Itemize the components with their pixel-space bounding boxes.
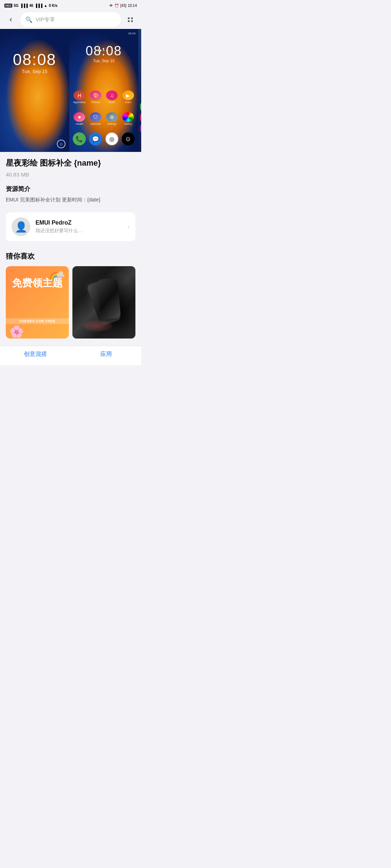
app-icon-music: ♫ Music bbox=[105, 90, 118, 103]
glow-effect bbox=[83, 320, 112, 331]
theme-title: 星夜彩绘 图标补全 {name} bbox=[6, 158, 135, 169]
dock-browser: ◎ bbox=[105, 132, 118, 145]
more-button[interactable] bbox=[125, 14, 136, 25]
nav-label-apps: 应用 bbox=[100, 350, 112, 358]
recommend-grid: ☁️ 🌈 免费领主题 THEMES FOR FREE 🌸 bbox=[6, 266, 135, 339]
app-label-gallery: Gallery bbox=[124, 123, 132, 125]
resource-desc: EMUI 完美图标补全计划 更新时间：{date} bbox=[6, 196, 135, 204]
partial-icon-2 bbox=[140, 114, 141, 122]
alarm-icon: ⏰ bbox=[114, 4, 119, 8]
dot-indicator-3 bbox=[106, 50, 108, 51]
content-area: 星夜彩绘 图标补全 {name} 40.83 MB 资源简介 EMUI 完美图标… bbox=[0, 152, 141, 339]
partial-icon-1 bbox=[140, 103, 141, 111]
signal-46: 46 bbox=[29, 4, 33, 8]
eye-icon: 👁 bbox=[109, 4, 113, 8]
signal-5g: 5G bbox=[14, 4, 18, 8]
lockscreen-bg bbox=[0, 29, 69, 152]
app-icon-gallery: Gallery bbox=[122, 112, 135, 125]
lock-date: Tue, Sep 15 bbox=[0, 69, 69, 74]
dot-indicator-1 bbox=[100, 50, 101, 51]
app-row-1: H AppGallery 🎨 Themes ♫ Music ▶ Video bbox=[69, 90, 138, 103]
search-bar[interactable]: 🔍 VIP专享 bbox=[20, 12, 121, 27]
data-speed: 0 K/s bbox=[49, 4, 58, 8]
hd-badge: HD1 bbox=[4, 4, 12, 8]
app-label-video: Video bbox=[125, 101, 131, 103]
recommend-title: 猜你喜欢 bbox=[6, 251, 135, 261]
app-icon-health: ♥ Health bbox=[73, 112, 86, 125]
top-nav: ‹ 🔍 VIP专享 bbox=[0, 10, 141, 29]
camera-icon: ⊙ bbox=[57, 140, 66, 148]
homescreen-preview[interactable]: 08:08 08:08 Tue, Sep 15 H AppGallery 🎨 T… bbox=[69, 29, 138, 152]
author-bio: 我还没想好要写什么… bbox=[35, 227, 127, 234]
sleek-visual bbox=[72, 266, 135, 339]
nav-label-creative: 创意混搭 bbox=[24, 350, 47, 358]
dock-messages: 💬 bbox=[89, 132, 102, 145]
cute-character-icon: 🌸 bbox=[9, 325, 24, 339]
app-label-music: Music bbox=[109, 101, 115, 103]
partial-icons bbox=[139, 101, 141, 134]
status-left: HD1 5G ▐▐▐ 46 ▐▐▐ ▲ 0 K/s bbox=[4, 4, 58, 8]
dock-bar: 📞 💬 ◎ ⊙ bbox=[71, 132, 136, 145]
free-theme-text: 免费领主题 bbox=[9, 277, 65, 289]
recommend-card-2[interactable] bbox=[72, 266, 135, 339]
lockscreen-preview[interactable]: 08:08 Tue, Sep 15 ⊙ bbox=[0, 29, 69, 152]
app-icon-appgallery: H AppGallery bbox=[73, 90, 86, 103]
page-indicators bbox=[69, 50, 138, 51]
search-icon: 🔍 bbox=[25, 16, 33, 23]
search-placeholder-text: VIP专享 bbox=[35, 16, 55, 23]
app-icon-optimizer: 🛡 Optimizer bbox=[89, 112, 102, 125]
signal-bars-2: ▐▐▐ bbox=[35, 4, 42, 8]
time-display: 10:14 bbox=[128, 4, 137, 8]
back-arrow-icon: ‹ bbox=[9, 15, 12, 24]
partial-icon-3 bbox=[140, 124, 141, 132]
app-icon-video: ▶ Video bbox=[122, 90, 135, 103]
dot-indicator-2 bbox=[103, 50, 105, 51]
lock-time: 08:08 bbox=[0, 51, 69, 69]
preview-container: 08:08 Tue, Sep 15 ⊙ 08:08 08:08 Tue, Sep… bbox=[0, 29, 141, 152]
themes-for-free-label: THEMES FOR FREE bbox=[6, 318, 69, 324]
app-label-settings: Settings bbox=[107, 123, 116, 125]
author-info: EMUI PedroZ 我还没想好要写什么… bbox=[35, 220, 127, 234]
author-card[interactable]: 👤 EMUI PedroZ 我还没想好要写什么… › bbox=[6, 212, 135, 241]
author-avatar: 👤 bbox=[12, 217, 30, 236]
bottom-nav: 创意混搭 应用 bbox=[0, 346, 141, 365]
person-icon: 👤 bbox=[15, 221, 28, 233]
app-icon-settings: ⚙ Settings bbox=[105, 112, 118, 125]
author-chevron-icon: › bbox=[127, 223, 130, 231]
app-row-2: ♥ Health 🛡 Optimizer ⚙ Settings Gallery bbox=[69, 112, 138, 125]
mini-status-bar: 08:08 bbox=[128, 32, 135, 35]
app-label-optimizer: Optimizer bbox=[90, 123, 101, 125]
wifi-icon: ▲ bbox=[44, 4, 47, 8]
nav-item-apps[interactable]: 应用 bbox=[71, 350, 141, 358]
phone-shape-2 bbox=[97, 278, 121, 319]
resource-section-title: 资源简介 bbox=[6, 185, 135, 193]
status-right: 👁 ⏰ [43] 10:14 bbox=[109, 4, 137, 8]
back-button[interactable]: ‹ bbox=[5, 14, 17, 25]
theme-size: 40.83 MB bbox=[6, 171, 135, 178]
app-label-appgallery: AppGallery bbox=[73, 101, 86, 103]
dock-camera: ⊙ bbox=[122, 132, 135, 145]
status-bar: HD1 5G ▐▐▐ 46 ▐▐▐ ▲ 0 K/s 👁 ⏰ [43] 10:14 bbox=[0, 0, 141, 10]
app-icon-themes: 🎨 Themes bbox=[89, 90, 102, 103]
dock-phone: 📞 bbox=[73, 132, 86, 145]
battery-icon: [43] bbox=[120, 4, 126, 8]
nav-item-creative[interactable]: 创意混搭 bbox=[0, 350, 71, 358]
author-name: EMUI PedroZ bbox=[35, 220, 127, 226]
app-label-health: Health bbox=[76, 123, 83, 125]
third-preview-partial bbox=[138, 29, 141, 152]
dots-icon bbox=[128, 17, 133, 22]
app-label-themes: Themes bbox=[91, 101, 100, 103]
signal-bars-1: ▐▐▐ bbox=[20, 4, 28, 8]
home-date: Tue, Sep 15 bbox=[69, 59, 138, 63]
recommend-card-1[interactable]: ☁️ 🌈 免费领主题 THEMES FOR FREE 🌸 bbox=[6, 266, 69, 339]
